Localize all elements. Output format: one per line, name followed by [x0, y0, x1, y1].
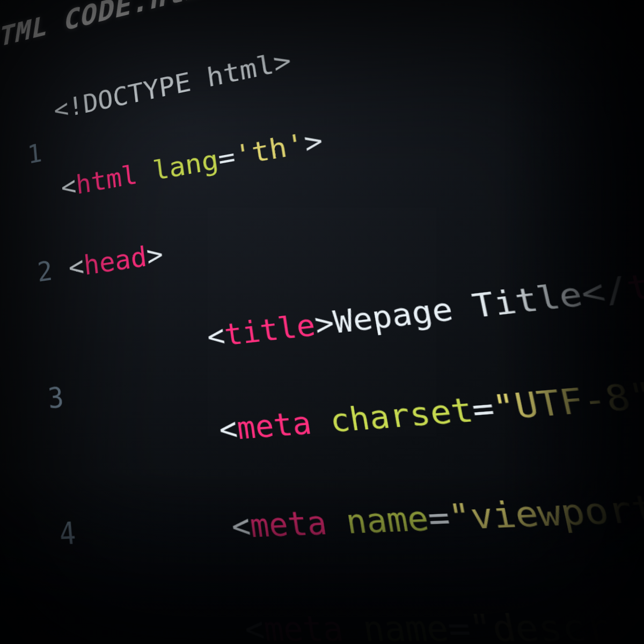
tilted-surface: HTML CODE.html 1 2 3 4 5 6 7 8 9 10 11	[0, 0, 644, 644]
perspective-container: HTML CODE.html 1 2 3 4 5 6 7 8 9 10 11	[0, 0, 644, 644]
code-line[interactable]: <meta name="description" content=	[100, 591, 644, 644]
editor[interactable]: 1 2 3 4 5 6 7 8 9 10 11 12 13	[0, 0, 644, 644]
line-number: 3	[2, 376, 65, 426]
code-editor-screen: HTML CODE.html 1 2 3 4 5 6 7 8 9 10 11	[0, 0, 644, 644]
line-number: 2	[0, 251, 54, 299]
line-number: 4	[11, 510, 78, 559]
code-content[interactable]: <!DOCTYPE html> <html lang='th'> <head> …	[49, 0, 644, 644]
code-line[interactable]: <meta name="viewport" content=	[91, 455, 644, 557]
line-number: 1	[0, 134, 43, 182]
